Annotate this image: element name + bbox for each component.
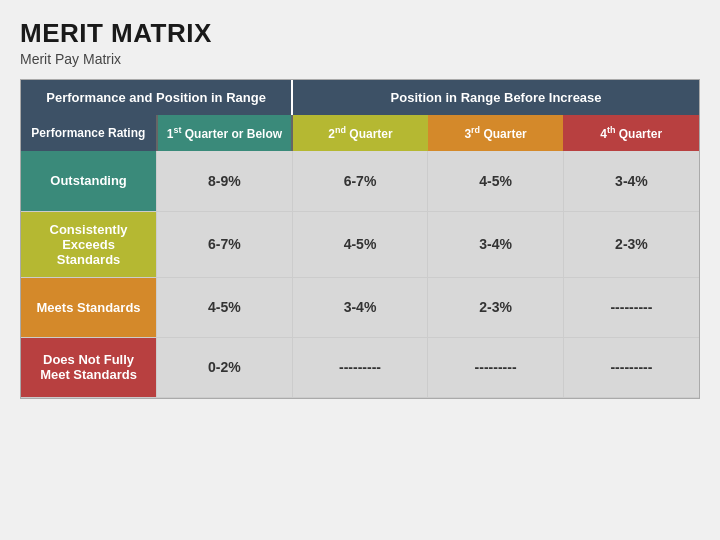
col-header-q1: 1st Quarter or Below: [157, 115, 293, 151]
val-doesnot-q1: 0-2%: [157, 337, 293, 397]
col-header-perf-rating: Performance Rating: [21, 115, 157, 151]
label-does-not-meet: Does Not Fully Meet Standards: [21, 337, 157, 397]
page-title: MERIT MATRIX: [20, 18, 700, 49]
val-doesnot-q3: ---------: [428, 337, 564, 397]
val-meets-q3: 2-3%: [428, 277, 564, 337]
row-outstanding: Outstanding 8-9% 6-7% 4-5% 3-4%: [21, 151, 699, 211]
val-outstanding-q4: 3-4%: [563, 151, 699, 211]
val-consistently-q1: 6-7%: [157, 211, 293, 277]
val-doesnot-q4: ---------: [563, 337, 699, 397]
val-consistently-q3: 3-4%: [428, 211, 564, 277]
val-meets-q4: ---------: [563, 277, 699, 337]
label-meets-standards: Meets Standards: [21, 277, 157, 337]
val-meets-q1: 4-5%: [157, 277, 293, 337]
row-meets-standards: Meets Standards 4-5% 3-4% 2-3% ---------: [21, 277, 699, 337]
header-row-1: Performance and Position in Range Positi…: [21, 80, 699, 115]
val-outstanding-q3: 4-5%: [428, 151, 564, 211]
val-outstanding-q2: 6-7%: [292, 151, 428, 211]
val-meets-q2: 3-4%: [292, 277, 428, 337]
col-header-q2: 2nd Quarter: [292, 115, 428, 151]
header-pos-before: Position in Range Before Increase: [292, 80, 699, 115]
label-consistently-exceeds: Consistently Exceeds Standards: [21, 211, 157, 277]
header-row-2: Performance Rating 1st Quarter or Below …: [21, 115, 699, 151]
header-perf-pos: Performance and Position in Range: [21, 80, 292, 115]
row-does-not-meet: Does Not Fully Meet Standards 0-2% -----…: [21, 337, 699, 397]
merit-matrix-table: Performance and Position in Range Positi…: [20, 79, 700, 399]
val-consistently-q2: 4-5%: [292, 211, 428, 277]
col-header-q4: 4th Quarter: [563, 115, 699, 151]
val-outstanding-q1: 8-9%: [157, 151, 293, 211]
val-consistently-q4: 2-3%: [563, 211, 699, 277]
label-outstanding: Outstanding: [21, 151, 157, 211]
col-header-q3: 3rd Quarter: [428, 115, 564, 151]
val-doesnot-q2: ---------: [292, 337, 428, 397]
row-consistently-exceeds: Consistently Exceeds Standards 6-7% 4-5%…: [21, 211, 699, 277]
page-subtitle: Merit Pay Matrix: [20, 51, 700, 67]
